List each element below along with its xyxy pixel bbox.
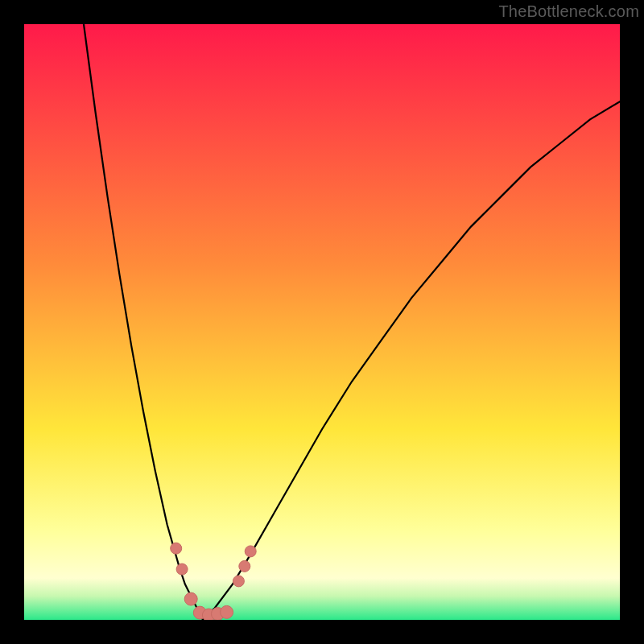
- data-marker: [233, 576, 244, 587]
- data-marker: [184, 592, 197, 605]
- data-marker: [221, 605, 233, 618]
- chart-svg: [24, 24, 620, 620]
- chart-frame: TheBottleneck.com: [0, 0, 644, 644]
- data-marker: [176, 564, 188, 575]
- background-gradient: [24, 24, 620, 620]
- data-marker: [245, 546, 256, 557]
- data-marker: [171, 543, 182, 554]
- plot-area: [24, 24, 620, 620]
- data-marker: [239, 560, 250, 572]
- watermark-text: TheBottleneck.com: [498, 2, 639, 21]
